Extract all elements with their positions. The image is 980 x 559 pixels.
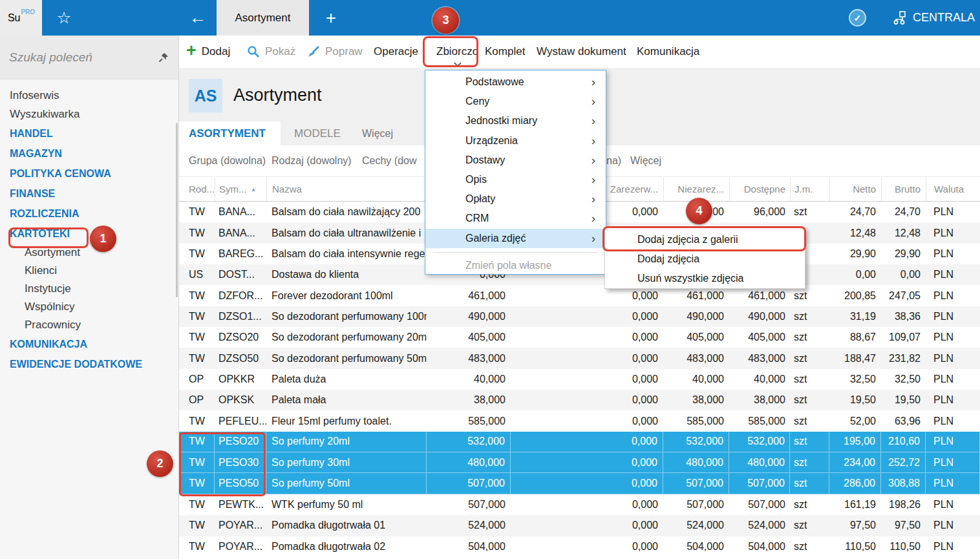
cell-stan: 504,000 (427, 536, 511, 557)
filter-cechy[interactable]: Cechy (dow (362, 145, 416, 176)
sidebar-item-polityka-cenowa[interactable]: POLITYKA CENOWA (0, 163, 178, 184)
sidebar: Szukaj poleceń Infoserwis Wyszukiwarka H… (0, 36, 179, 559)
table-row[interactable]: TW DZSO1... So dezodorant perfumowany 10… (179, 306, 980, 327)
tab-asortyment[interactable]: ASORTYMENT (179, 121, 281, 145)
col-niezarezerwowane[interactable]: Niezarez... (663, 177, 729, 201)
col-symbol[interactable]: Sym...▲ (215, 177, 266, 201)
sidebar-item-wspolnicy[interactable]: Wspólnicy (0, 298, 178, 316)
cell-rodzaj: TW (179, 494, 215, 515)
show-button[interactable]: Pokaż (247, 36, 295, 68)
new-tab-plus-icon[interactable]: + (320, 0, 342, 36)
col-rodzaj[interactable]: Rod... (179, 177, 215, 201)
company-name: CENTRALA (913, 11, 975, 25)
chevron-down-icon (454, 59, 461, 67)
sidebar-item-instytucje[interactable]: Instytucje (0, 280, 178, 298)
window-tab-asortyment[interactable]: Asortyment (217, 0, 309, 36)
col-dostepne[interactable]: Dostępne (729, 177, 790, 201)
sidebar-item-infoserwis[interactable]: Infoserwis (0, 86, 178, 105)
sidebar-item-magazyn[interactable]: MAGAZYN (0, 143, 178, 163)
cell-waluta: PLN (926, 410, 980, 431)
add-button[interactable]: + Dodaj (186, 36, 230, 68)
pin-icon[interactable] (158, 52, 169, 63)
cell-jm: szt (790, 306, 829, 327)
sidebar-item-handel[interactable]: HANDEL (0, 123, 178, 143)
menu-item-oplaty[interactable]: Opłaty› (425, 189, 606, 209)
back-arrow-icon[interactable]: ← (186, 0, 209, 36)
sidebar-item-kartoteki[interactable]: KARTOTEKI (0, 224, 178, 244)
table-row[interactable]: TW DZSO20 So dezodorant perfumowany 20ml… (179, 327, 980, 348)
submenu-arrow-icon: › (591, 173, 595, 187)
table-row[interactable]: OP OPKSK Paleta mała 38,000 0,000 38,000… (179, 390, 980, 410)
col-waluta[interactable]: Waluta (926, 177, 980, 201)
menu-item-ceny[interactable]: Ceny› (425, 92, 606, 111)
menu-item-urzadzenia[interactable]: Urządzenia› (425, 131, 606, 151)
sidebar-item-komunikacja[interactable]: KOMUNIKACJA (0, 334, 178, 354)
cell-symbol: OPKKR (215, 369, 266, 390)
sidebar-item-asortyment[interactable]: Asortyment (0, 244, 178, 262)
communication-button-label: Komunikacja (637, 45, 699, 58)
table-row[interactable]: TW PEFLEU... Fleur 15ml perfumy toalet. … (179, 410, 980, 431)
menu-item-galeria-zdjec[interactable]: Galeria zdjęć› (425, 229, 606, 248)
set-button[interactable]: Komplet (485, 36, 525, 68)
submenu-item-usun-wszystkie-zdjecia[interactable]: Usuń wszystkie zdjęcia (605, 269, 805, 288)
col-nazwa[interactable]: Nazwa (266, 177, 427, 201)
sidebar-item-rozliczenia[interactable]: ROZLICZENIA (0, 204, 178, 224)
menu-item-opis[interactable]: Opis› (425, 170, 606, 189)
cell-brutto: 198,26 (881, 494, 926, 515)
filter-grupa[interactable]: Grupa (dowolna) (189, 145, 266, 176)
cell-dostepne: 480,000 (729, 452, 790, 472)
cell-nazwa: So dezodorant perfumowany 20ml (266, 327, 427, 348)
cell-dostepne: 585,000 (729, 410, 790, 431)
cell-nazwa: Pomadka długotrwała 02 (266, 536, 427, 557)
cell-rodzaj: TW (179, 452, 215, 472)
table-row[interactable]: TW POYAR... Pomadka długotrwała 01 524,0… (179, 515, 980, 536)
submenu-item-dodaj-zdjecia-z-galerii[interactable]: Dodaj zdjęcia z galerii (605, 230, 805, 249)
cell-jm: szt (790, 536, 829, 557)
app-logo[interactable]: SuPRO (0, 0, 42, 36)
col-jm[interactable]: J.m. (790, 177, 829, 201)
filter-clipped-fragment[interactable]: na) (606, 145, 621, 176)
cell-stan: 507,000 (427, 473, 511, 493)
cell-netto: 0,00 (829, 264, 881, 285)
table-row[interactable]: TW DZFOR... Forever dezodorant 100ml 461… (179, 285, 980, 306)
search-input[interactable]: Szukaj poleceń (9, 50, 158, 65)
cell-rodzaj: TW (179, 202, 215, 222)
table-row[interactable]: TW DZSO50 So dezodorant perfumowany 50ml… (179, 348, 980, 368)
table-row[interactable]: TW POYAR... Pomadka długotrwała 02 504,0… (179, 536, 980, 557)
command-search[interactable]: Szukaj poleceń (0, 36, 178, 79)
table-row[interactable]: TW PEWTK... WTK perfumy 50 ml 507,000 0,… (179, 494, 980, 515)
sidebar-item-wyszukiwarka[interactable]: Wyszukiwarka (0, 105, 178, 123)
submenu-item-dodaj-zdjecia[interactable]: Dodaj zdjęcia (605, 249, 805, 269)
bulk-button[interactable]: Zbiorczo (429, 36, 486, 68)
tab-more[interactable]: Więcej (362, 121, 393, 145)
sidebar-item-finanse[interactable]: FINANSE (0, 184, 178, 204)
favorites-star-icon[interactable]: ☆ (42, 0, 86, 36)
filter-more[interactable]: Więcej (630, 145, 661, 176)
tab-modele[interactable]: MODELE (294, 121, 341, 145)
sidebar-item-ewidencje-dodatkowe[interactable]: EWIDENCJE DODATKOWE (0, 354, 178, 374)
col-netto[interactable]: Netto (829, 177, 881, 201)
company-selector[interactable]: CENTRALA (892, 11, 975, 25)
status-check-icon[interactable]: ✓ (849, 9, 866, 26)
cell-nazwa: So perfumy 20ml (266, 432, 427, 452)
cell-stan: 461,000 (427, 285, 511, 306)
submenu-arrow-icon: › (591, 192, 595, 206)
cell-waluta: PLN (926, 390, 980, 410)
sidebar-item-pracownicy[interactable]: Pracownicy (0, 316, 178, 334)
menu-item-jednostki-miary[interactable]: Jednostki miary› (425, 111, 606, 131)
table-row[interactable]: TW PESO30 So perfumy 30ml 480,000 0,000 … (179, 452, 980, 473)
communication-button[interactable]: Komunikacja (637, 36, 699, 68)
col-brutto[interactable]: Brutto (881, 177, 926, 201)
filter-rodzaj[interactable]: Rodzaj (dowolny) (272, 145, 352, 176)
menu-item-crm[interactable]: CRM› (425, 209, 606, 228)
sidebar-scrollbar[interactable] (176, 123, 178, 297)
table-row[interactable]: TW PESO50 So perfumy 50ml 507,000 0,000 … (179, 473, 980, 494)
table-row[interactable]: OP OPKKR Paleta duża 40,000 0,000 40,000… (179, 369, 980, 390)
issue-document-button[interactable]: Wystaw dokument (537, 36, 626, 68)
menu-item-podstawowe[interactable]: Podstawowe› (425, 72, 606, 92)
menu-item-dostawy[interactable]: Dostawy› (425, 151, 606, 170)
table-row[interactable]: TW PESO20 So perfumy 20ml 532,000 0,000 … (179, 432, 980, 452)
operations-button[interactable]: Operacje (374, 36, 418, 68)
edit-button[interactable]: Popraw (307, 36, 363, 68)
sidebar-item-klienci[interactable]: Klienci (0, 262, 178, 280)
